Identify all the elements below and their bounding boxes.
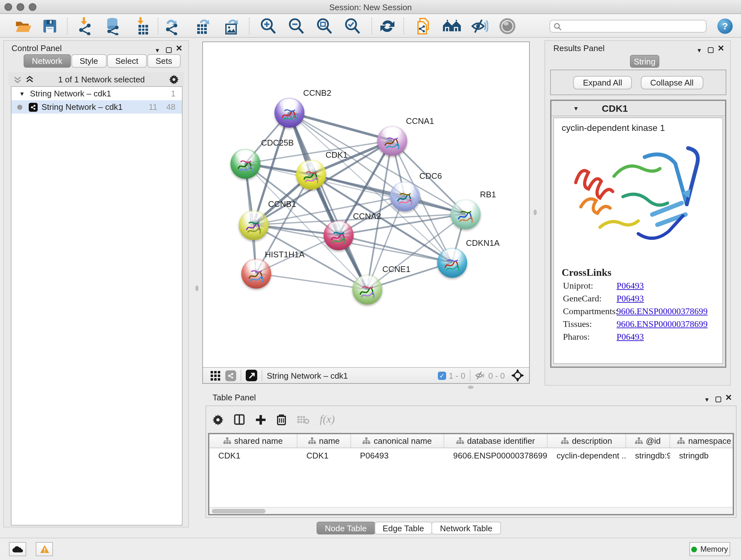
node-CCNA1[interactable] bbox=[377, 125, 407, 155]
table-cell[interactable]: cyclin-dependent ... bbox=[548, 448, 626, 462]
node-CDKN1A[interactable] bbox=[437, 247, 467, 277]
column-header--id[interactable]: @id bbox=[626, 434, 670, 448]
tab-string[interactable]: String bbox=[630, 55, 659, 68]
refresh-button[interactable] bbox=[378, 17, 397, 36]
network-collection-row[interactable]: ▼ String Network – cdk1 1 bbox=[11, 87, 182, 100]
crosslink-link[interactable]: P06493 bbox=[616, 332, 644, 342]
hide-unhide-button[interactable] bbox=[470, 17, 489, 36]
table-horizontal-scrollbar[interactable] bbox=[209, 507, 733, 514]
export-image-button[interactable] bbox=[222, 17, 241, 36]
export-network-button[interactable] bbox=[163, 17, 182, 36]
table-cell[interactable]: stringdb:9... bbox=[626, 448, 670, 462]
node-RB1[interactable] bbox=[450, 199, 480, 229]
node-CDK1[interactable] bbox=[296, 159, 326, 189]
gear-icon[interactable] bbox=[169, 74, 179, 84]
node-HIST1H1A[interactable] bbox=[241, 258, 271, 288]
zoom-out-button[interactable] bbox=[286, 17, 306, 36]
import-network-button[interactable] bbox=[76, 17, 95, 36]
home-networks-button[interactable] bbox=[442, 17, 461, 36]
zoom-fit-button[interactable] bbox=[315, 17, 334, 36]
hidden-eye-icon[interactable] bbox=[475, 371, 486, 380]
panel-menu-icon[interactable]: ▼ bbox=[704, 394, 710, 403]
export-table-button[interactable] bbox=[193, 17, 212, 36]
tab-node-table[interactable]: Node Table bbox=[317, 522, 375, 535]
panel-close-icon[interactable]: ✕ bbox=[725, 393, 732, 402]
node-CCNB1[interactable] bbox=[239, 210, 268, 240]
tab-edge-table[interactable]: Edge Table bbox=[374, 522, 432, 535]
crosslink-link[interactable]: 9606.ENSP00000378699 bbox=[616, 319, 708, 329]
cloud-status-button[interactable] bbox=[9, 542, 26, 556]
show-columns-icon[interactable] bbox=[233, 414, 245, 425]
import-table-button[interactable] bbox=[133, 17, 152, 36]
column-header-database-identifier[interactable]: database identifier bbox=[444, 434, 548, 448]
edge-CCNB2-CCNE1[interactable] bbox=[289, 112, 367, 289]
tab-network-table[interactable]: Network Table bbox=[432, 522, 501, 535]
expand-all-icon[interactable] bbox=[25, 75, 34, 83]
grid-view-icon[interactable] bbox=[211, 371, 220, 380]
copy-share-button[interactable] bbox=[414, 17, 433, 36]
expand-all-button[interactable]: Expand All bbox=[574, 76, 632, 89]
collapse-all-icon[interactable] bbox=[13, 75, 22, 83]
edge-HIST1H1A-CCNE1[interactable] bbox=[256, 273, 367, 289]
save-session-button[interactable] bbox=[40, 17, 59, 36]
crosslink-link[interactable]: P06493 bbox=[616, 294, 644, 304]
warning-status-button[interactable] bbox=[36, 542, 53, 556]
table-cell[interactable]: CDK1 bbox=[209, 448, 297, 462]
table-row[interactable]: CDK1CDK1P064939606.ENSP00000378699cyclin… bbox=[209, 448, 733, 462]
network-canvas[interactable]: CCNB2CCNA1CDC25BCDK1CDC6RB1CCNB1CCNA2CDK… bbox=[203, 42, 529, 367]
panel-float-icon[interactable] bbox=[708, 45, 714, 55]
preview-orb-button[interactable] bbox=[498, 17, 517, 36]
edge-CDK1-RB1[interactable] bbox=[311, 174, 465, 214]
right-splitter-handle[interactable] bbox=[534, 209, 537, 215]
node-CCNA2[interactable] bbox=[323, 220, 353, 250]
search-box[interactable] bbox=[549, 20, 706, 33]
collapse-all-button[interactable]: Collapse All bbox=[641, 76, 703, 89]
table-cell[interactable]: P06493 bbox=[351, 448, 444, 462]
detach-view-icon[interactable] bbox=[246, 370, 257, 381]
network-row-selected[interactable]: String Network – cdk1 11 48 bbox=[11, 100, 182, 114]
delete-column-icon[interactable] bbox=[276, 414, 286, 425]
gene-section-header[interactable]: ▼ CDK1 bbox=[551, 101, 725, 116]
zoom-in-button[interactable] bbox=[259, 17, 278, 36]
bottom-splitter-handle[interactable] bbox=[468, 386, 474, 389]
column-header-name[interactable]: name bbox=[297, 434, 351, 448]
crosslink-link[interactable]: P06493 bbox=[616, 281, 644, 291]
left-splitter-handle[interactable] bbox=[195, 286, 199, 291]
table-cell[interactable]: stringdb bbox=[670, 448, 734, 462]
zoom-selected-button[interactable] bbox=[343, 17, 362, 36]
search-input[interactable] bbox=[562, 21, 706, 31]
node-CDC25B[interactable] bbox=[230, 148, 260, 179]
tree-expand-icon[interactable]: ▼ bbox=[19, 90, 25, 97]
gear-icon[interactable] bbox=[212, 414, 223, 425]
tab-sets[interactable]: Sets bbox=[147, 54, 180, 68]
tab-style[interactable]: Style bbox=[71, 54, 106, 68]
section-collapse-icon[interactable]: ▼ bbox=[573, 105, 579, 111]
panel-menu-icon[interactable]: ▼ bbox=[154, 45, 160, 54]
open-session-button[interactable] bbox=[14, 17, 33, 36]
add-column-icon[interactable] bbox=[255, 414, 266, 425]
tab-select[interactable]: Select bbox=[107, 54, 146, 68]
crosslink-link[interactable]: 9606.ENSP00000378699 bbox=[616, 307, 708, 317]
help-button[interactable]: ? bbox=[718, 18, 733, 34]
column-header-canonical-name[interactable]: canonical name bbox=[351, 434, 444, 448]
table-cell[interactable]: 9606.ENSP00000378699 bbox=[444, 448, 548, 462]
selected-checkbox-icon[interactable]: ✓ bbox=[438, 371, 446, 380]
panel-float-icon[interactable] bbox=[716, 395, 721, 404]
panel-menu-icon[interactable]: ▼ bbox=[696, 45, 702, 54]
node-CCNE1[interactable] bbox=[352, 274, 382, 304]
tab-network[interactable]: Network bbox=[23, 54, 71, 68]
column-header-description[interactable]: description bbox=[548, 434, 626, 448]
string-view-icon[interactable] bbox=[225, 370, 236, 381]
column-header-shared-name[interactable]: shared name bbox=[209, 434, 297, 448]
panel-close-icon[interactable]: ✕ bbox=[718, 44, 724, 53]
birdseye-navigator-icon[interactable] bbox=[511, 369, 524, 382]
table-cell[interactable]: CDK1 bbox=[297, 448, 351, 462]
node-CCNB2[interactable] bbox=[274, 98, 304, 127]
panel-close-icon[interactable]: ✕ bbox=[176, 44, 183, 53]
memory-button[interactable]: Memory bbox=[689, 542, 730, 556]
panel-float-icon[interactable] bbox=[166, 45, 172, 55]
import-network-database-button[interactable] bbox=[104, 17, 123, 36]
node-CDC6[interactable] bbox=[390, 181, 420, 211]
column-header-namespace[interactable]: namespace bbox=[670, 434, 734, 448]
scrollbar-thumb[interactable] bbox=[212, 509, 266, 513]
